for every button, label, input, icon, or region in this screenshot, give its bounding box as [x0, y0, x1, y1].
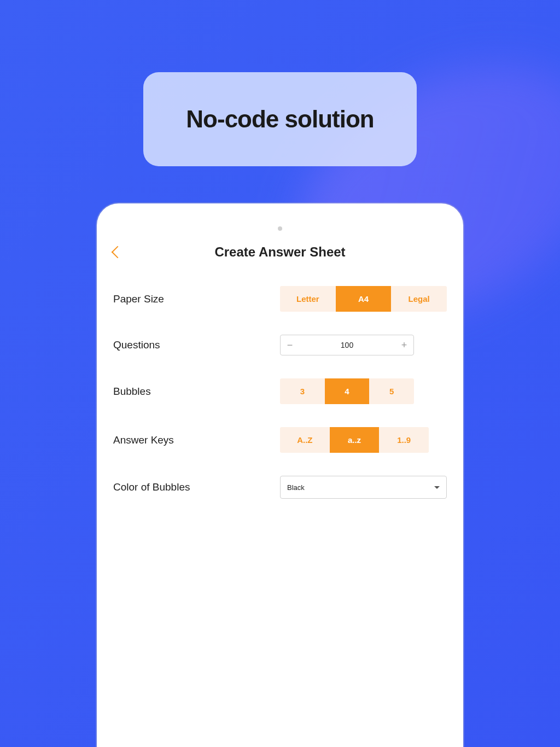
chevron-down-icon — [434, 486, 440, 489]
answer-keys-option-numeric[interactable]: 1..9 — [379, 427, 429, 453]
label-color: Color of Bubbles — [113, 481, 280, 493]
paper-size-option-letter[interactable]: Letter — [280, 286, 336, 312]
row-color: Color of Bubbles Black — [113, 476, 447, 499]
screen: Create Answer Sheet Paper Size Letter A4… — [97, 203, 463, 499]
bubbles-option-5[interactable]: 5 — [369, 378, 414, 404]
answer-keys-option-lower[interactable]: a..z — [330, 427, 380, 453]
row-bubbles: Bubbles 3 4 5 — [113, 378, 447, 404]
screen-header: Create Answer Sheet — [113, 244, 447, 260]
questions-value[interactable]: 100 — [299, 341, 395, 349]
label-answer-keys: Answer Keys — [113, 434, 280, 446]
hero-title-card: No-code solution — [143, 72, 417, 166]
label-questions: Questions — [113, 339, 280, 351]
label-paper-size: Paper Size — [113, 293, 280, 305]
device-camera-dot — [278, 226, 282, 231]
color-select[interactable]: Black — [280, 476, 447, 499]
row-answer-keys: Answer Keys A..Z a..z 1..9 — [113, 427, 447, 453]
device-tablet: Create Answer Sheet Paper Size Letter A4… — [97, 203, 463, 747]
bubbles-option-3[interactable]: 3 — [280, 378, 325, 404]
label-bubbles: Bubbles — [113, 386, 280, 398]
questions-stepper: − 100 + — [280, 335, 414, 355]
segmented-paper-size: Letter A4 Legal — [280, 286, 447, 312]
questions-increment-button[interactable]: + — [395, 340, 413, 351]
hero-title: No-code solution — [186, 106, 374, 133]
color-select-value: Black — [287, 483, 305, 492]
row-questions: Questions − 100 + — [113, 335, 447, 355]
segmented-bubbles: 3 4 5 — [280, 378, 414, 404]
row-paper-size: Paper Size Letter A4 Legal — [113, 286, 447, 312]
back-icon[interactable] — [112, 246, 124, 259]
bubbles-option-4[interactable]: 4 — [325, 378, 370, 404]
paper-size-option-a4[interactable]: A4 — [336, 286, 392, 312]
screen-title: Create Answer Sheet — [214, 244, 345, 260]
questions-decrement-button[interactable]: − — [281, 340, 299, 351]
answer-keys-option-upper[interactable]: A..Z — [280, 427, 330, 453]
paper-size-option-legal[interactable]: Legal — [391, 286, 447, 312]
segmented-answer-keys: A..Z a..z 1..9 — [280, 427, 429, 453]
